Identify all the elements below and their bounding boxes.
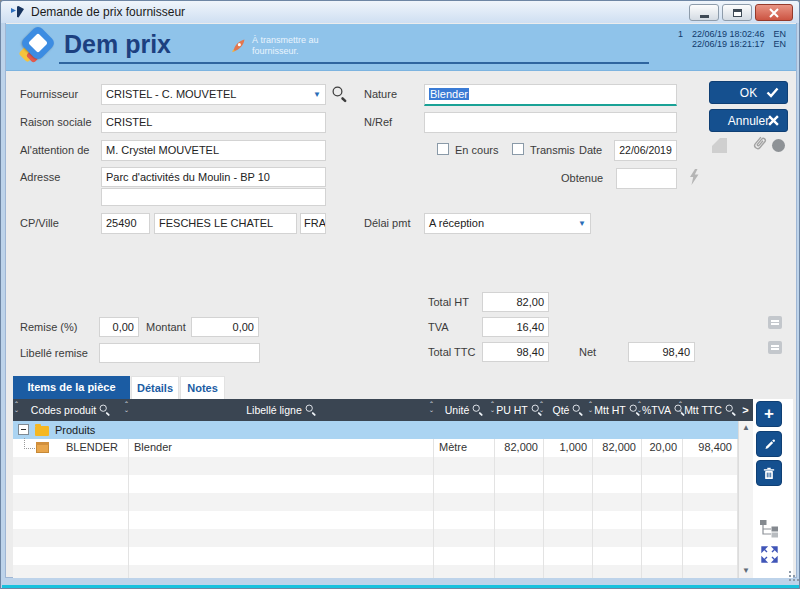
document-icon bbox=[712, 138, 727, 153]
page-title: Dem prix bbox=[64, 30, 171, 59]
tab-details[interactable]: Détails bbox=[131, 376, 179, 399]
window-title: Demande de prix fournisseur bbox=[31, 5, 185, 19]
cell-unite: Mètre bbox=[434, 439, 494, 456]
adresse-field-1[interactable]: Parc d'activités du Moulin - BP 10 bbox=[101, 167, 326, 187]
close-icon bbox=[769, 8, 779, 18]
maximize-icon bbox=[733, 9, 742, 17]
libelle-remise-field[interactable] bbox=[99, 343, 260, 363]
annuler-button[interactable]: Annuler bbox=[709, 109, 788, 132]
record-info: 1 22/06/19 18:02:46 EN 22/06/19 18:21:17… bbox=[678, 29, 786, 49]
pencil-icon bbox=[763, 438, 776, 451]
date-label: Date bbox=[579, 144, 602, 156]
nature-selected-text: Blender bbox=[429, 88, 469, 100]
cp-ville-label: CP/Ville bbox=[20, 217, 59, 229]
column-search-icon[interactable] bbox=[573, 405, 584, 416]
total-ttc-field: 98,40 bbox=[482, 342, 549, 362]
app-icon bbox=[10, 5, 26, 19]
table-row-empty[interactable] bbox=[13, 493, 738, 511]
date-field[interactable]: 22/06/2019 bbox=[614, 140, 677, 161]
cell-mtt-ttc: 98,400 bbox=[683, 439, 737, 456]
table-row-empty[interactable] bbox=[13, 529, 738, 547]
lightning-icon bbox=[688, 169, 700, 186]
table-row-empty[interactable] bbox=[13, 457, 738, 475]
add-line-button[interactable]: + bbox=[756, 401, 782, 427]
note-icon[interactable] bbox=[768, 316, 782, 329]
column-header-mtt-ttc[interactable]: Mtt TTC bbox=[683, 399, 738, 421]
cross-icon bbox=[768, 115, 779, 126]
remise-field[interactable]: 0,00 bbox=[99, 317, 139, 337]
column-header-codes-produit[interactable]: Codes produit bbox=[13, 399, 129, 421]
ok-button[interactable]: OK bbox=[709, 81, 788, 104]
nature-field[interactable]: Blender bbox=[424, 84, 677, 106]
column-header-qte[interactable]: Qté bbox=[544, 399, 593, 421]
delete-line-button[interactable] bbox=[756, 460, 782, 486]
vertical-scrollbar[interactable]: ▲ ▼ bbox=[738, 421, 753, 578]
header-band: Dem prix À transmettre au fournisseur. 1… bbox=[6, 24, 796, 71]
collapse-group-icon[interactable] bbox=[18, 424, 29, 435]
tab-items-de-la-piece[interactable]: Items de la pièce bbox=[13, 376, 130, 399]
column-header-mtt-ht[interactable]: Mtt HT bbox=[593, 399, 642, 421]
rocket-icon bbox=[230, 37, 247, 54]
paperclip-icon[interactable] bbox=[749, 134, 769, 155]
delai-pmt-value: A réception bbox=[429, 217, 484, 229]
fournisseur-combo[interactable]: CRISTEL - C. MOUVETEL ▼ bbox=[101, 84, 326, 105]
tab-notes[interactable]: Notes bbox=[180, 376, 225, 399]
column-search-icon[interactable] bbox=[473, 405, 484, 416]
net-label: Net bbox=[579, 346, 596, 358]
close-button[interactable] bbox=[755, 4, 793, 21]
column-label: Qté bbox=[553, 404, 570, 416]
resize-grip[interactable] bbox=[781, 571, 793, 583]
net-field: 98,40 bbox=[628, 342, 695, 362]
table-row-empty[interactable] bbox=[13, 565, 738, 578]
chevron-down-icon[interactable]: ▼ bbox=[578, 214, 586, 233]
hierarchy-icon[interactable] bbox=[759, 519, 780, 538]
table-row-empty[interactable] bbox=[13, 475, 738, 493]
search-supplier-icon[interactable] bbox=[333, 87, 348, 102]
cell-libelle: Blender bbox=[129, 439, 433, 456]
raison-sociale-field[interactable]: CRISTEL bbox=[101, 112, 326, 133]
table-row-empty[interactable] bbox=[13, 511, 738, 529]
ok-button-label: OK bbox=[740, 86, 757, 100]
column-search-icon[interactable] bbox=[305, 405, 316, 416]
column-search-icon[interactable] bbox=[725, 405, 736, 416]
column-header-unite[interactable]: Unité bbox=[434, 399, 495, 421]
lang-badge: EN bbox=[773, 39, 786, 49]
pays-field[interactable]: FRA bbox=[300, 213, 326, 234]
more-columns-chevron[interactable]: > bbox=[738, 399, 753, 421]
column-label: Unité bbox=[445, 404, 470, 416]
table-row-blender[interactable]: BLENDER Blender Mètre 82,000 1,000 82,00… bbox=[13, 439, 738, 457]
edit-line-button[interactable] bbox=[756, 431, 782, 457]
nref-field[interactable] bbox=[424, 112, 677, 133]
table-row-empty[interactable] bbox=[13, 547, 738, 565]
chevron-down-icon[interactable]: ▼ bbox=[313, 85, 321, 104]
column-search-icon[interactable] bbox=[100, 405, 111, 416]
adresse-field-2[interactable] bbox=[101, 188, 326, 206]
column-header-pu-ht[interactable]: PU HT bbox=[495, 399, 544, 421]
scroll-down-icon[interactable]: ▼ bbox=[742, 567, 750, 575]
total-ttc-label: Total TTC bbox=[428, 346, 475, 358]
obtenue-field[interactable] bbox=[616, 168, 677, 189]
ville-field[interactable]: FESCHES LE CHATEL bbox=[154, 213, 297, 234]
attention-field[interactable]: M. Crystel MOUVETEL bbox=[101, 140, 326, 161]
nature-label: Nature bbox=[364, 88, 397, 100]
obtenue-label: Obtenue bbox=[561, 172, 603, 184]
transmis-checkbox[interactable] bbox=[512, 143, 524, 155]
scroll-up-icon[interactable]: ▲ bbox=[742, 424, 750, 432]
expand-icon[interactable] bbox=[761, 546, 778, 563]
column-label: Libellé ligne bbox=[246, 404, 301, 416]
bottom-edge-highlight bbox=[2, 585, 800, 589]
note-icon[interactable] bbox=[768, 341, 782, 354]
cell-mtt-ht: 82,000 bbox=[593, 439, 641, 456]
montant-field[interactable]: 0,00 bbox=[191, 317, 259, 337]
en-cours-checkbox[interactable] bbox=[437, 143, 449, 155]
raison-sociale-label: Raison sociale bbox=[20, 116, 92, 128]
grid-body: Produits BLENDER Blender Mètre 82,000 1,… bbox=[13, 421, 738, 578]
maximize-button[interactable] bbox=[722, 4, 752, 21]
minimize-icon bbox=[700, 15, 709, 18]
minimize-button[interactable] bbox=[689, 4, 719, 21]
cp-field[interactable]: 25490 bbox=[101, 213, 150, 234]
delai-pmt-combo[interactable]: A réception ▼ bbox=[424, 213, 591, 234]
column-header-tva[interactable]: %TVA bbox=[642, 399, 683, 421]
group-row-produits[interactable]: Produits bbox=[13, 421, 738, 439]
column-header-libelle-ligne[interactable]: Libellé ligne bbox=[129, 399, 434, 421]
